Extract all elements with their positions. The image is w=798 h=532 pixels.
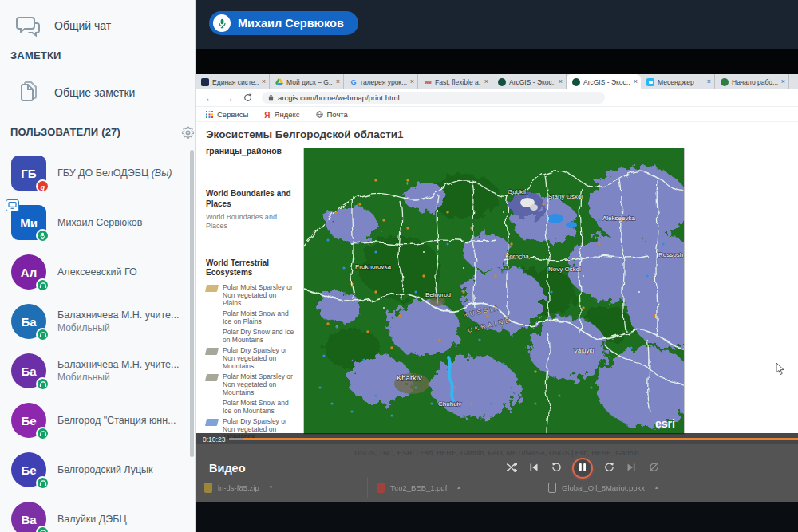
guest-badge: g — [36, 179, 49, 193]
sidebar-notes-label: Общие заметки — [54, 86, 135, 99]
tab-close-icon[interactable]: × — [559, 78, 563, 85]
legend-item-label: Polar Moist Snow and Ice on Plains — [223, 309, 296, 325]
chevron-down-icon[interactable]: ▾ — [270, 484, 273, 491]
legend-swatch — [205, 348, 219, 355]
tab-close-icon[interactable]: × — [634, 78, 638, 85]
participant-name: Балахничева М.Н. учите... — [57, 359, 179, 370]
avatar: Ва — [11, 502, 46, 532]
participant-row[interactable]: МиМихаил Сервюков — [0, 198, 196, 247]
mic-on-badge — [36, 229, 49, 242]
attached-file[interactable]: Тсо2_ВЕБ_1.pdf▴ — [367, 477, 539, 498]
tab-label: ArcGIS - Экос... — [583, 78, 630, 86]
bookmark-label: Сервисы — [217, 110, 248, 119]
participant-row[interactable]: БеБелгород "Станция юнн... — [0, 396, 196, 445]
avatar-initials: Ми — [20, 216, 38, 230]
pause-button[interactable] — [572, 458, 593, 479]
participant-row[interactable]: ВаВалуйки ДЭБЦ — [0, 495, 196, 532]
map-attribution: USGS, TNC, ESRI | Esri, HERE, Garmin, FA… — [196, 449, 798, 457]
browser-tab[interactable]: Начало рабо...× — [715, 74, 789, 89]
participant-row[interactable]: АлАлексеевский ГО — [0, 247, 196, 297]
active-speaker-badge[interactable]: Михаил Сервюков — [209, 11, 358, 35]
map-label-esri: esri — [655, 417, 675, 430]
browser-tab[interactable]: ArcGIS - Экос...× — [567, 74, 641, 89]
bookmarks-bar: СервисыЯЯндексПочта — [196, 107, 798, 122]
sidebar: Общий чат ЗАМЕТКИ Общие заметки ПОЛЬЗОВА… — [0, 0, 196, 532]
skip-forward-button[interactable] — [625, 462, 638, 475]
browser-tab[interactable]: ArcGIS - Экос...× — [492, 74, 567, 89]
pause-icon — [579, 463, 587, 475]
attached-file[interactable]: ln-ds-f85.zip▾ — [196, 477, 367, 498]
participant-device: Мобильный — [57, 372, 179, 383]
sidebar-item-notes[interactable]: Общие заметки — [0, 73, 196, 112]
replay-button[interactable] — [550, 462, 563, 475]
forward-icon[interactable]: → — [224, 93, 234, 103]
globe-green-favicon-icon — [721, 78, 729, 86]
tab-close-icon[interactable]: × — [484, 78, 488, 85]
participant-row[interactable]: БеБелгородский Луцык — [0, 445, 196, 495]
participant-row[interactable]: БаБалахничева М.Н. учите...Мобильный — [0, 346, 196, 396]
legend-item: Polar Moist Sparsley or Non vegetated on… — [206, 372, 298, 396]
map-label-valuyki: Valuyki — [574, 347, 594, 354]
address-bar[interactable]: arcgis.com/home/webmap/print.html — [262, 92, 605, 104]
tab-close-icon[interactable]: × — [781, 78, 785, 85]
no-repeat-button[interactable] — [647, 462, 660, 475]
tab-label: галерея урок... — [361, 78, 407, 86]
legend-items: Polar Moist Sparsley or Non vegetated on… — [206, 283, 298, 445]
speaker-mic-icon — [213, 14, 231, 32]
sidebar-scrollbar[interactable] — [190, 150, 194, 457]
skip-back-button[interactable] — [527, 462, 540, 475]
legend-item: Polar Moist Snow and Ice on Mountains — [206, 399, 298, 415]
repeat-icon — [604, 462, 614, 475]
bookmark-label: Яндекс — [275, 110, 300, 119]
msgr-favicon-icon — [646, 78, 654, 86]
refresh-icon[interactable] — [243, 93, 252, 102]
legend-group3-title: World Terrestrial Ecosystems — [206, 258, 298, 278]
attached-files-row: ln-ds-f85.zip▾Тсо2_ВЕБ_1.pdf▴Global_Oil_… — [196, 477, 798, 498]
avatar: Бе — [11, 452, 46, 487]
browser-tab[interactable]: Gгалерея урок...× — [344, 74, 418, 89]
participant-device: Мобильный — [57, 322, 179, 333]
participant-row[interactable]: ГБgГБУ ДО БелОДЭБЦ (Вы) — [0, 148, 196, 198]
tab-close-icon[interactable]: × — [707, 78, 711, 85]
browser-tab[interactable]: Мой диск – G...× — [270, 74, 344, 89]
chevron-up-icon[interactable]: ▴ — [655, 484, 658, 491]
chevron-up-icon[interactable]: ▴ — [457, 484, 460, 491]
video-letterbox-bottom — [196, 502, 798, 532]
map-label-belgorod: Belgorod — [425, 291, 451, 298]
map-label-kharkiv: Kharkiv — [397, 373, 422, 382]
map-label-gubkin: Gubkin — [508, 188, 527, 195]
avatar-initials: Ба — [21, 315, 36, 329]
attached-file[interactable]: Global_Oil_8Mariot.ppkx▴ — [539, 477, 710, 498]
mouse-cursor — [776, 362, 785, 376]
legend-swatch — [205, 374, 219, 381]
screen-share-badge — [6, 199, 19, 211]
browser-tab[interactable]: Месенджер× — [641, 74, 715, 89]
repeat-button[interactable] — [602, 462, 615, 475]
g-letter-favicon-icon: G — [350, 78, 358, 86]
sidebar-chat-label: Общий чат — [54, 19, 111, 32]
bookmark-item[interactable]: Сервисы — [206, 107, 248, 121]
settings-gear-icon[interactable] — [181, 126, 195, 140]
participant-row[interactable]: БаБалахничева М.Н. учите...Мобильный — [0, 297, 196, 346]
bookmark-item[interactable]: Почта — [316, 107, 348, 121]
browser-tab[interactable]: Единая систе...× — [196, 74, 270, 89]
legend-group2-sub: World Boundaries and Places — [206, 213, 298, 231]
progress-fill — [243, 438, 798, 441]
sidebar-item-chat[interactable]: Общий чат — [0, 6, 196, 45]
map-label-korocha: Korocha — [505, 253, 529, 260]
tab-close-icon[interactable]: × — [410, 78, 414, 85]
drive-favicon-icon — [275, 78, 283, 86]
bookmark-item[interactable]: ЯЯндекс — [264, 107, 299, 121]
map-legend: границы_районов World Boundaries and Pla… — [206, 146, 298, 444]
shuffle-icon — [506, 463, 517, 475]
video-progress-bar[interactable]: 0:10:23 — [196, 433, 798, 444]
tab-close-icon[interactable]: × — [262, 78, 266, 85]
shuffle-button[interactable] — [505, 462, 518, 475]
back-icon[interactable]: ← — [205, 93, 215, 103]
browser-tab[interactable]: ewiFast, flexible a...× — [418, 74, 492, 89]
legend-swatch — [205, 419, 219, 426]
tab-close-icon[interactable]: × — [336, 78, 340, 85]
avatar: Ал — [11, 254, 46, 290]
tab-label: Месенджер — [658, 78, 704, 86]
browser-toolbar: ← → arcgis.com/home/webmap/print.html — [196, 89, 798, 107]
